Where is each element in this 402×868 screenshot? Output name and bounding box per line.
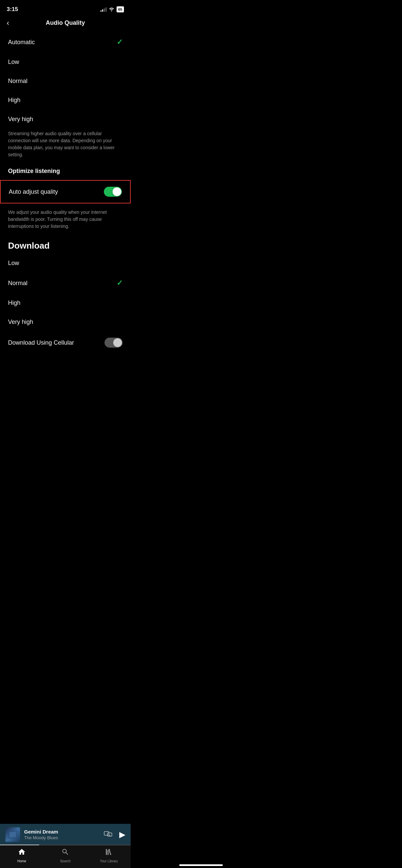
quality-label-low: Low [8, 59, 19, 66]
back-button[interactable]: ‹ [7, 19, 9, 27]
wifi-icon [109, 7, 115, 12]
download-quality-low[interactable]: Low [0, 254, 131, 273]
battery-icon: 65 [117, 6, 124, 12]
download-label-very-high: Very high [8, 318, 33, 326]
scroll-content: Automatic ✓ Low Normal High Very high St… [0, 32, 131, 401]
quality-item-high[interactable]: High [0, 91, 131, 110]
quality-label-automatic: Automatic [8, 39, 35, 46]
toggle-knob [113, 187, 121, 196]
streaming-info-text: Streaming higher audio quality over a ce… [0, 129, 131, 165]
quality-label-normal: Normal [8, 78, 27, 85]
signal-icon [100, 7, 107, 12]
quality-label-very-high: Very high [8, 116, 33, 123]
optimize-listening-section: Optimize listening Auto adjust quality W… [0, 165, 131, 237]
optimize-listening-title: Optimize listening [0, 165, 131, 179]
download-label-normal: Normal [8, 280, 27, 287]
quality-item-very-high[interactable]: Very high [0, 110, 131, 129]
status-icons: 65 [100, 6, 124, 12]
quality-item-normal[interactable]: Normal [0, 72, 131, 91]
auto-adjust-label: Auto adjust quality [9, 188, 58, 195]
status-bar: 3:15 65 [0, 0, 131, 17]
download-quality-high[interactable]: High [0, 293, 131, 313]
download-label-high: High [8, 300, 21, 307]
toggle-knob-off [113, 338, 122, 347]
download-label-low: Low [8, 260, 19, 267]
quality-label-high: High [8, 97, 21, 104]
auto-adjust-info-text: We adjust your audio quality when your i… [0, 205, 131, 237]
battery-level: 65 [118, 7, 122, 11]
page-title: Audio Quality [46, 20, 85, 26]
download-section: Download Low Normal ✓ High Very high Dow… [0, 237, 131, 354]
streaming-options: Automatic ✓ Low Normal High Very high [0, 32, 131, 129]
download-quality-very-high[interactable]: Very high [0, 313, 131, 332]
checkmark-automatic: ✓ [117, 38, 123, 46]
download-cellular-toggle[interactable] [105, 338, 123, 348]
status-time: 3:15 [7, 6, 18, 13]
auto-adjust-toggle[interactable] [104, 187, 122, 197]
header: ‹ Audio Quality [0, 17, 131, 32]
checkmark-download-normal: ✓ [117, 279, 123, 287]
auto-adjust-quality-row[interactable]: Auto adjust quality [0, 180, 131, 204]
download-quality-normal[interactable]: Normal ✓ [0, 273, 131, 293]
download-cellular-label: Download Using Cellular [8, 339, 74, 346]
quality-item-automatic[interactable]: Automatic ✓ [0, 32, 131, 53]
quality-item-low[interactable]: Low [0, 53, 131, 72]
download-cellular-row[interactable]: Download Using Cellular [0, 332, 131, 354]
download-section-title: Download [0, 237, 131, 254]
